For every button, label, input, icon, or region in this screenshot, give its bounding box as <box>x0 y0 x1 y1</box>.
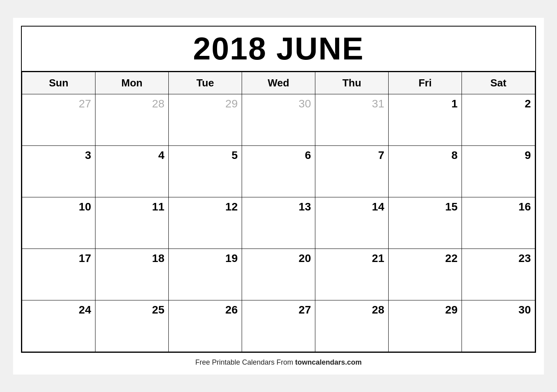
calendar-day: 17 <box>22 249 95 300</box>
calendar-day: 23 <box>462 249 535 300</box>
calendar-day: 24 <box>22 300 95 352</box>
calendar-day: 1 <box>389 94 462 145</box>
calendar-day: 8 <box>389 145 462 197</box>
day-header-sun: Sun <box>22 72 95 94</box>
calendar-day: 28 <box>95 94 169 145</box>
calendar-day: 4 <box>95 145 169 197</box>
day-header-mon: Mon <box>95 72 169 94</box>
calendar-grid: SunMonTueWedThuFriSat 272829303112345678… <box>22 72 535 352</box>
day-header-fri: Fri <box>389 72 462 94</box>
footer-bold-text: towncalendars.com <box>295 358 362 366</box>
week-row-1: 272829303112 <box>22 94 535 145</box>
calendar-day: 5 <box>169 145 242 197</box>
calendar-day: 14 <box>315 197 389 249</box>
calendar-day: 6 <box>242 145 315 197</box>
calendar-day: 21 <box>315 249 389 300</box>
calendar-day: 16 <box>462 197 535 249</box>
calendar-day: 29 <box>389 300 462 352</box>
calendar-day: 9 <box>462 145 535 197</box>
calendar-day: 7 <box>315 145 389 197</box>
calendar-day: 29 <box>169 94 242 145</box>
calendar-day: 11 <box>95 197 169 249</box>
week-row-5: 24252627282930 <box>22 300 535 352</box>
week-row-2: 3456789 <box>22 145 535 197</box>
calendar-day: 18 <box>95 249 169 300</box>
calendar-title: 2018 JUNE <box>22 27 535 72</box>
calendar-day: 13 <box>242 197 315 249</box>
calendar-day: 3 <box>22 145 95 197</box>
calendar-footer: Free Printable Calendars From towncalend… <box>21 358 536 367</box>
calendar-day: 15 <box>389 197 462 249</box>
day-header-wed: Wed <box>242 72 315 94</box>
calendar-day: 27 <box>242 300 315 352</box>
week-row-4: 17181920212223 <box>22 249 535 300</box>
calendar-day: 30 <box>462 300 535 352</box>
calendar-day: 30 <box>242 94 315 145</box>
header-row: SunMonTueWedThuFriSat <box>22 72 535 94</box>
calendar-day: 27 <box>22 94 95 145</box>
calendar-wrapper: 2018 JUNE SunMonTueWedThuFriSat 27282930… <box>13 18 544 375</box>
calendar-day: 22 <box>389 249 462 300</box>
calendar-day: 26 <box>169 300 242 352</box>
calendar-day: 28 <box>315 300 389 352</box>
calendar-day: 2 <box>462 94 535 145</box>
day-header-thu: Thu <box>315 72 389 94</box>
calendar-day: 31 <box>315 94 389 145</box>
calendar-day: 10 <box>22 197 95 249</box>
calendar-day: 20 <box>242 249 315 300</box>
calendar-day: 19 <box>169 249 242 300</box>
calendar-day: 12 <box>169 197 242 249</box>
week-row-3: 10111213141516 <box>22 197 535 249</box>
calendar-container: 2018 JUNE SunMonTueWedThuFriSat 27282930… <box>21 26 536 353</box>
day-header-sat: Sat <box>462 72 535 94</box>
footer-normal-text: Free Printable Calendars From <box>195 358 295 366</box>
day-header-tue: Tue <box>169 72 242 94</box>
calendar-day: 25 <box>95 300 169 352</box>
